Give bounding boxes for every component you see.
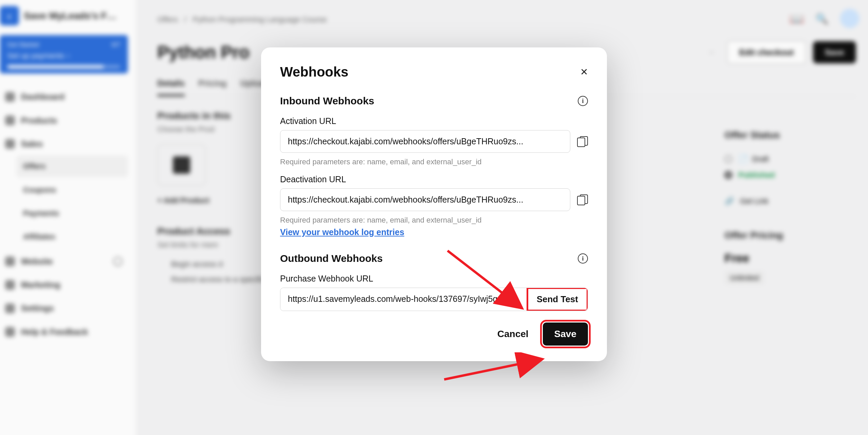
info-icon[interactable]: i <box>578 96 588 106</box>
webhooks-modal: Webhooks ✕ Inbound Webhooks i Activation… <box>261 47 607 361</box>
purchase-label: Purchase Webhook URL <box>280 274 588 284</box>
activation-hint: Required parameters are: name, email, an… <box>280 158 588 166</box>
outbound-heading: Outbound Webhooks <box>280 253 383 264</box>
inbound-heading: Inbound Webhooks <box>280 95 374 107</box>
svg-line-1 <box>444 359 542 379</box>
cancel-button[interactable]: Cancel <box>494 323 532 346</box>
modal-title: Webhooks <box>280 64 349 80</box>
deactivation-url-input[interactable]: https://checkout.kajabi.com/webhooks/off… <box>280 188 570 211</box>
send-test-button[interactable]: Send Test <box>527 288 588 311</box>
deactivation-label: Deactivation URL <box>280 174 588 184</box>
save-button[interactable]: Save <box>543 323 588 346</box>
svg-line-0 <box>448 251 522 308</box>
log-entries-link[interactable]: View your webhook log entries <box>280 227 404 237</box>
annotation-arrow-1 <box>444 247 529 315</box>
activation-label: Activation URL <box>280 116 588 126</box>
deactivation-hint: Required parameters are: name, email, an… <box>280 216 588 225</box>
info-icon[interactable]: i <box>578 253 588 264</box>
annotation-arrow-2 <box>441 352 549 383</box>
close-icon[interactable]: ✕ <box>580 67 588 77</box>
copy-icon[interactable] <box>577 136 588 147</box>
copy-icon[interactable] <box>577 194 588 205</box>
activation-url-input[interactable]: https://checkout.kajabi.com/webhooks/off… <box>280 130 570 153</box>
modal-overlay: Webhooks ✕ Inbound Webhooks i Activation… <box>0 0 868 435</box>
